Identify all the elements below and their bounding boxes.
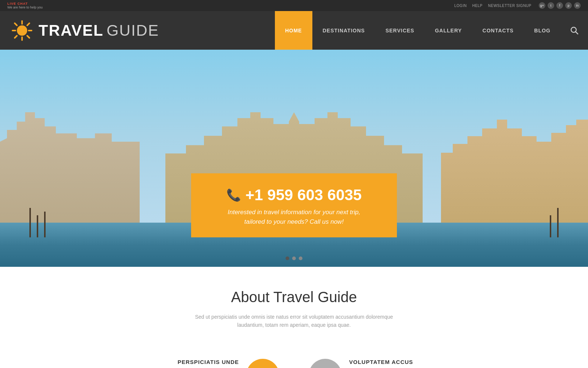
svg-line-8 [15, 36, 17, 38]
logo-guide: GUIDE [107, 22, 159, 39]
slider-dots [286, 256, 302, 260]
google-plus-icon[interactable]: g+ [539, 2, 545, 9]
cta-subtitle: Interested in travel information for you… [213, 208, 375, 226]
pinterest-icon[interactable]: p [565, 2, 572, 9]
feature-1-icon [246, 359, 279, 368]
cta-box: 📞 +1 959 603 6035 Interested in travel i… [191, 173, 397, 237]
top-bar: LIVE CHAT We are here to help you LOGIN … [0, 0, 588, 11]
nav-services[interactable]: SERVICES [375, 11, 425, 50]
dock-2 [37, 215, 38, 237]
hero-section: 📞 +1 959 603 6035 Interested in travel i… [0, 50, 588, 267]
feature-2-icon [309, 359, 342, 368]
logo-icon [11, 20, 33, 42]
dot-3[interactable] [299, 256, 302, 260]
phone-icon: 📞 [226, 188, 241, 202]
top-right-area: LOGIN HELP NEWSLETTER SIGNUP g+ t f p in [454, 2, 581, 9]
facebook-icon[interactable]: f [556, 2, 563, 9]
header: TRAVEL GUIDE HOME DESTINATIONS SERVICES … [0, 11, 588, 50]
phone-number: +1 959 603 6035 [245, 186, 362, 204]
feature-item-2: VOLUPTATEM ACCUS Sed ut perspiciatis und… [294, 351, 566, 368]
dock-5 [550, 215, 551, 237]
svg-point-0 [17, 25, 27, 36]
logo-travel: TRAVEL [39, 22, 104, 39]
nav-destinations[interactable]: DESTINATIONS [312, 11, 375, 50]
svg-line-6 [27, 36, 29, 38]
help-link[interactable]: HELP [472, 4, 483, 8]
about-title: About Travel Guide [7, 289, 581, 305]
dock-3 [44, 212, 46, 237]
svg-line-7 [27, 23, 29, 25]
features-section: PERSPICIATIS UNDE Sed ut perspiciatis un… [0, 344, 588, 368]
top-links: LOGIN HELP NEWSLETTER SIGNUP [454, 4, 531, 8]
about-text: Sed ut perspiciatis unde omnis iste natu… [184, 313, 404, 329]
live-chat-title: LIVE CHAT [7, 2, 43, 6]
login-link[interactable]: LOGIN [454, 4, 467, 8]
feature-2-title: VOLUPTATEM ACCUS [349, 359, 551, 365]
dot-2[interactable] [292, 256, 296, 260]
dock-4 [557, 208, 559, 237]
about-section: About Travel Guide Sed ut perspiciatis u… [0, 267, 588, 344]
nav-contacts[interactable]: CONTACTS [472, 11, 524, 50]
logo-area: TRAVEL GUIDE [0, 20, 154, 42]
svg-point-9 [571, 27, 576, 32]
newsletter-link[interactable]: NEWSLETTER SIGNUP [488, 4, 531, 8]
feature-1-title: PERSPICIATIS UNDE [37, 359, 239, 365]
main-nav: HOME DESTINATIONS SERVICES GALLERY CONTA… [275, 11, 588, 50]
social-icons: g+ t f p in [539, 2, 581, 9]
nav-home[interactable]: HOME [275, 11, 312, 50]
linkedin-icon[interactable]: in [574, 2, 581, 9]
nav-blog[interactable]: BLOG [524, 11, 561, 50]
dot-1[interactable] [286, 256, 289, 260]
live-chat-subtitle: We are here to help you [7, 6, 43, 9]
nav-gallery[interactable]: GALLERY [424, 11, 472, 50]
svg-line-10 [576, 32, 578, 34]
live-chat[interactable]: LIVE CHAT We are here to help you [7, 2, 43, 9]
logo-text: TRAVEL GUIDE [39, 22, 159, 39]
twitter-icon[interactable]: t [548, 2, 554, 9]
feature-2-content: VOLUPTATEM ACCUS Sed ut perspiciatis und… [349, 359, 551, 368]
svg-line-5 [15, 23, 17, 25]
feature-item-1: PERSPICIATIS UNDE Sed ut perspiciatis un… [22, 351, 294, 368]
search-button[interactable] [561, 11, 588, 50]
feature-1-content: PERSPICIATIS UNDE Sed ut perspiciatis un… [37, 359, 239, 368]
dock-1 [29, 208, 31, 237]
cta-phone: 📞 +1 959 603 6035 [213, 186, 375, 204]
